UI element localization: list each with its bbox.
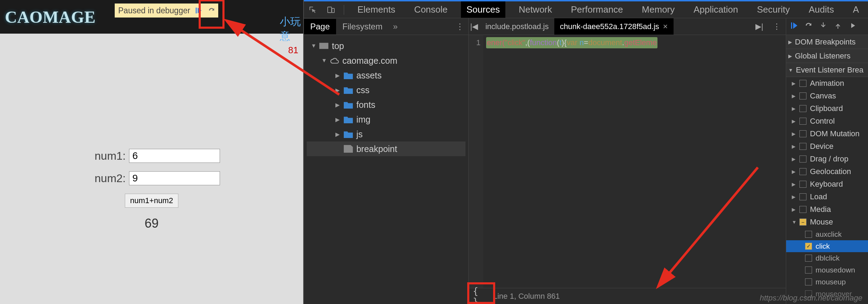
- tab-more[interactable]: A: [847, 1, 865, 18]
- annotation-highlight-2: [467, 282, 495, 304]
- tab-network[interactable]: Network: [513, 1, 557, 18]
- files-tab-more-icon[interactable]: »: [389, 22, 402, 32]
- rendered-page: CAOMAGE Paused in debugger 小玩意 81 num1:: [0, 0, 304, 304]
- section-dom-breakpoints[interactable]: ▶DOM Breakpoints: [786, 35, 868, 49]
- cat-animation[interactable]: ▶Animation: [786, 77, 868, 90]
- demo-form: num1: num2: num1+num2 69: [83, 149, 220, 231]
- annotation-arrow-2: [646, 157, 772, 290]
- cat-drag-drop[interactable]: ▶Drag / drop: [786, 153, 868, 165]
- source-tab[interactable]: include.postload.js: [480, 18, 554, 35]
- devtools-tabbar: Elements Console Sources Network Perform…: [304, 0, 868, 18]
- tab-application[interactable]: Application: [688, 1, 744, 18]
- cat-dom-mutation[interactable]: ▶DOM Mutation: [786, 127, 868, 140]
- tree-file[interactable]: breakpoint: [307, 141, 465, 156]
- step-icon[interactable]: [848, 21, 857, 32]
- source-editor: |◀ include.postload.js chunk-daee552a.17…: [469, 18, 786, 304]
- step-over-icon[interactable]: [804, 21, 813, 32]
- cat-canvas[interactable]: ▶Canvas: [786, 90, 868, 102]
- debugger-controls: [786, 18, 868, 35]
- cat-clipboard[interactable]: ▶Clipboard: [786, 102, 868, 115]
- nav-prev-icon[interactable]: |◀: [469, 22, 480, 31]
- tab-console[interactable]: Console: [408, 1, 453, 18]
- tab-memory[interactable]: Memory: [636, 1, 680, 18]
- evt-mouseup[interactable]: mouseup: [786, 276, 868, 288]
- section-event-listener[interactable]: ▼Event Listener Brea: [786, 63, 868, 77]
- evt-mousedown[interactable]: mousedown: [786, 264, 868, 276]
- svg-line-3: [667, 167, 758, 276]
- nav-next-icon[interactable]: ▶|: [754, 22, 765, 31]
- source-menu-icon[interactable]: ⋮: [771, 22, 782, 31]
- annotation-highlight-1: [199, 0, 225, 29]
- tab-security[interactable]: Security: [751, 1, 795, 18]
- tree-folder[interactable]: ▶img: [307, 112, 465, 127]
- cat-geolocation[interactable]: ▶Geolocation: [786, 165, 868, 178]
- file-icon: [344, 145, 353, 153]
- evt-click[interactable]: ✓click: [786, 240, 868, 252]
- svg-line-0: [238, 28, 339, 95]
- watermark: https://blog.csdn.net/caomage: [760, 293, 862, 303]
- tab-elements[interactable]: Elements: [352, 1, 401, 18]
- cat-mouse[interactable]: ▼−Mouse: [786, 216, 868, 228]
- tab-audits[interactable]: Audits: [803, 1, 839, 18]
- folder-icon: [344, 130, 353, 138]
- sum-button[interactable]: num1+num2: [125, 194, 178, 208]
- inspect-icon[interactable]: [307, 5, 318, 15]
- evt-auxclick[interactable]: auxclick: [786, 228, 868, 240]
- resume-icon[interactable]: [790, 21, 798, 32]
- annotation-arrow-1: [203, 18, 350, 109]
- cat-media[interactable]: ▶Media: [786, 203, 868, 216]
- source-tab-active[interactable]: chunk-daee552a.1728f5ad.js✕: [554, 18, 674, 35]
- tree-folder[interactable]: ▶js: [307, 127, 465, 141]
- step-into-icon[interactable]: [819, 21, 827, 32]
- num2-label: num2:: [83, 172, 126, 185]
- num1-input[interactable]: [129, 149, 220, 163]
- cat-keyboard[interactable]: ▶Keyboard: [786, 178, 868, 191]
- svg-rect-1: [328, 7, 332, 13]
- num2-input[interactable]: [129, 171, 220, 185]
- gutter: 1: [469, 35, 483, 288]
- cursor-status: Line 1, Column 861: [493, 292, 560, 301]
- folder-icon: [344, 116, 353, 123]
- files-menu-icon[interactable]: ⋮: [451, 22, 468, 32]
- sum-result: 69: [144, 216, 158, 231]
- evt-dblclick[interactable]: dblclick: [786, 252, 868, 264]
- devtools: Elements Console Sources Network Perform…: [304, 0, 868, 304]
- section-global-listeners[interactable]: ▶Global Listeners: [786, 49, 868, 63]
- logo: CAOMAGE: [5, 7, 95, 27]
- num1-label: num1:: [83, 150, 126, 163]
- cat-device[interactable]: ▶Device: [786, 140, 868, 153]
- paused-label: Paused in debugger: [118, 6, 190, 15]
- step-out-icon[interactable]: [834, 21, 842, 32]
- svg-rect-2: [332, 8, 334, 13]
- debugger-sidebar: ▶DOM Breakpoints ▶Global Listeners ▼Even…: [786, 18, 868, 304]
- tab-performance[interactable]: Performance: [565, 1, 629, 18]
- device-icon[interactable]: [326, 5, 336, 15]
- cat-load[interactable]: ▶Load: [786, 191, 868, 203]
- cat-control[interactable]: ▶Control: [786, 115, 868, 127]
- close-tab-icon[interactable]: ✕: [663, 23, 668, 30]
- tab-sources[interactable]: Sources: [461, 1, 505, 18]
